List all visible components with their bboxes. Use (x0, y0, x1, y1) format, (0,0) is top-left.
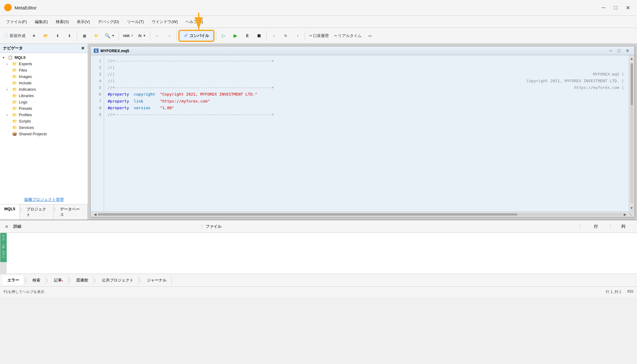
realtime-button[interactable]: ⇒ リアルタイム (332, 30, 364, 42)
editor-close-button[interactable]: ✕ (624, 48, 631, 54)
tree-item-scripts[interactable]: 📁 Scripts (0, 118, 88, 124)
sidebar: ナビゲータ ✕ ▼ 📋 MQL5 + 📁 Experts 📁 Files (0, 44, 88, 220)
h-scroll-track[interactable] (98, 213, 622, 216)
open-folder-button[interactable]: 📂 (40, 30, 51, 42)
tree-item-include[interactable]: 📁 Include (0, 80, 88, 86)
menu-search[interactable]: 検索(S) (52, 18, 72, 26)
experts-label: Experts (19, 62, 32, 66)
start-button[interactable]: ▷ (218, 30, 229, 42)
services-label: Services (19, 125, 34, 130)
open2-button[interactable]: 📁 (91, 30, 102, 42)
play-button[interactable]: ▶ (230, 30, 241, 42)
bottom-tab-public-project[interactable]: 公共プロジェクト (97, 276, 139, 285)
menu-bar: ファイル(F) 編集(E) 検索(S) 表示(V) デバッグ(D) ツール(T)… (0, 16, 637, 28)
pause-icon: ⏸ (245, 33, 250, 39)
forward-button[interactable]: → (164, 30, 175, 42)
maximize-button[interactable]: □ (611, 4, 620, 12)
resize-button[interactable]: ▭ (365, 30, 376, 42)
stop-button[interactable]: ⏹ (254, 30, 265, 42)
sidebar-tab-mql5[interactable]: MQL5 (0, 204, 20, 220)
editor-minimize-button[interactable]: ─ (608, 48, 614, 54)
tree-item-images[interactable]: 📁 Images (0, 73, 88, 80)
account-history-button[interactable]: ⇒ 口座履歴 (307, 30, 331, 42)
bottom-tab-library[interactable]: 図書館 (72, 276, 93, 285)
tree-item-presets[interactable]: 📁 Presets (0, 105, 88, 112)
step-into-button[interactable]: ↓ (268, 30, 279, 42)
v-scroll-track[interactable] (631, 63, 633, 204)
editor-titlebar: 5 MYFOREX.mq5 ─ □ ✕ (91, 46, 634, 55)
sidebar-close-icon[interactable]: ✕ (81, 46, 85, 51)
menu-window[interactable]: ウインドウ(W) (148, 18, 181, 26)
tree-item-experts[interactable]: + 📁 Experts (0, 61, 88, 67)
step-out-button[interactable]: ↑ (292, 30, 303, 42)
scroll-up-icon[interactable]: ▲ (630, 55, 634, 62)
sidebar-tab-project[interactable]: プロジェクト (22, 204, 54, 220)
menu-file[interactable]: ファイル(F) (2, 18, 31, 26)
libraries-label: Libraries (19, 93, 34, 98)
new-icon: 📄 (4, 34, 8, 38)
experts-folder-icon: 📁 (12, 62, 17, 66)
tree-item-shared-projects[interactable]: 📦 Shared Projects (0, 131, 88, 137)
vertical-scrollbar[interactable]: ▲ ▼ (629, 55, 634, 211)
bottom-col-file: ファイル (202, 224, 580, 229)
new-button[interactable]: 📄 新規作成 (2, 30, 28, 42)
search-replace-button[interactable]: 🔍 ▼ (103, 30, 117, 42)
sidebar-tab-database[interactable]: データベース (56, 204, 88, 220)
back-button[interactable]: ← (152, 30, 163, 42)
toolbox-label[interactable]: ツールボックス (0, 233, 7, 262)
scroll-left-icon[interactable]: ◀ (93, 212, 98, 217)
tree-item-mql5[interactable]: ▼ 📋 MQL5 (0, 54, 88, 61)
menu-help[interactable]: ヘルプ(H) (182, 18, 207, 26)
step-out-icon: ↑ (297, 34, 298, 38)
bottom-close-icon[interactable]: ✕ (2, 223, 11, 230)
add-button[interactable]: + (29, 30, 39, 42)
editor-maximize-button[interactable]: □ (616, 48, 622, 54)
pause-button[interactable]: ⏸ (242, 30, 253, 42)
tree-item-files[interactable]: 📁 Files (0, 67, 88, 73)
tree-item-profiles[interactable]: + 📁 Profiles (0, 112, 88, 118)
horizontal-scrollbar[interactable]: ◀ ▶ ⤡ (91, 211, 634, 217)
indicators-folder-icon: 📁 (12, 87, 17, 92)
bottom-tabs: エラー | 検索 | 記事₁ | 図書館 | 公共プロジェクト | ジャーナル (0, 274, 637, 286)
collab-link[interactable]: 協働プロジェクト管理 (0, 195, 88, 204)
images-folder-icon: 📁 (12, 74, 17, 79)
tree-item-logs[interactable]: 📁 Logs (0, 99, 88, 105)
close-button[interactable]: ✕ (623, 4, 633, 12)
experts-expand-icon: + (6, 62, 10, 66)
libraries-folder-icon: 📁 (12, 93, 17, 98)
sep3 (150, 31, 150, 41)
stop-icon: ⏹ (257, 33, 261, 39)
download2-button[interactable]: ⬇ (64, 30, 75, 42)
compile-icon: ✓ (184, 32, 188, 39)
minimize-button[interactable]: ─ (598, 4, 608, 12)
search-replace-icon: 🔍 (105, 33, 110, 39)
download1-button[interactable]: ⬇ (52, 30, 63, 42)
bottom-tab-article[interactable]: 記事₁ (49, 276, 68, 285)
account-history-icon: ⇒ (309, 34, 312, 38)
bottom-tab-journal[interactable]: ジャーナル (142, 276, 172, 285)
menu-edit[interactable]: 編集(E) (31, 18, 52, 26)
menu-debug[interactable]: デバッグ(D) (94, 18, 123, 26)
tree-item-indicators[interactable]: + 📁 Indicators (0, 86, 88, 93)
bottom-tab-search[interactable]: 検索 (28, 276, 46, 285)
title-bar-controls: ─ □ ✕ (598, 4, 633, 12)
editor-area: 5 MYFOREX.mq5 ─ □ ✕ 1 2 3 4 5 6 (88, 44, 637, 220)
shared-folder-icon: 📦 (12, 132, 17, 136)
sidebar-title: ナビゲータ (3, 46, 23, 51)
editor-content[interactable]: 1 2 3 4 5 6 7 8 9 //+-------------------… (91, 55, 634, 211)
layout-button[interactable]: ▦ (79, 30, 90, 42)
logs-label: Logs (19, 100, 27, 104)
fx-button[interactable]: fx ▼ (136, 30, 148, 42)
tree-item-libraries[interactable]: 📁 Libraries (0, 93, 88, 99)
code-editor[interactable]: //+-------------------------------------… (104, 55, 629, 211)
tree-item-services[interactable]: 📁 Services (0, 124, 88, 131)
logs-folder-icon: 📁 (12, 100, 17, 104)
menu-view[interactable]: 表示(V) (73, 18, 93, 26)
menu-tools[interactable]: ツール(T) (123, 18, 148, 26)
var-button[interactable]: VAR ↗ (121, 30, 135, 42)
compile-button[interactable]: ✓ コンパイル (179, 30, 214, 42)
bottom-tab-error[interactable]: エラー (2, 276, 24, 285)
scroll-right-icon[interactable]: ▶ (622, 212, 628, 217)
step-over-button[interactable]: ↻ (280, 30, 291, 42)
scroll-down-icon[interactable]: ▼ (630, 205, 634, 211)
